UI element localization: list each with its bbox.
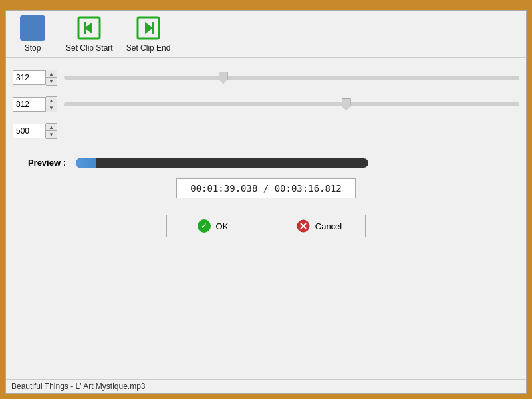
slider-thumb-1[interactable] (219, 72, 228, 84)
stop-button[interactable]: Stop (13, 15, 53, 53)
spinbox-1-up[interactable]: ▲ (46, 70, 57, 78)
main-window: Stop Set Clip Start Set Clip End (5, 10, 527, 394)
spinbox-2: ▲ ▼ (13, 96, 57, 112)
svg-rect-5 (152, 22, 154, 34)
preview-label: Preview : (13, 158, 66, 168)
slider-row-3: ▲ ▼ (6, 123, 526, 139)
slider-track-1[interactable] (64, 76, 519, 80)
ok-label: OK (216, 221, 229, 231)
spinbox-2-up[interactable]: ▲ (46, 97, 57, 104)
toolbar: Stop Set Clip Start Set Clip End (6, 11, 526, 57)
ok-icon: ✓ (198, 219, 211, 233)
slider-thumb-2[interactable] (342, 98, 351, 110)
clip-end-label: Set Clip End (126, 43, 171, 53)
spinbox-2-input[interactable] (13, 97, 46, 112)
cancel-icon (297, 219, 310, 233)
time-box: 00:01:39.038 / 00:03:16.812 (176, 178, 356, 198)
spinbox-3-arrows: ▲ ▼ (46, 123, 57, 139)
buttons-row: ✓ OK Cancel (6, 215, 526, 237)
slider-row-1: ▲ ▼ (6, 70, 526, 86)
ok-button[interactable]: ✓ OK (166, 215, 259, 237)
slider-track-container-1 (64, 70, 519, 86)
slider-track-container-2 (64, 96, 519, 112)
stop-icon (20, 15, 45, 41)
spinbox-2-arrows: ▲ ▼ (46, 96, 57, 112)
preview-progress (76, 158, 96, 168)
preview-row: Preview : (6, 151, 526, 172)
spinbox-1-arrows: ▲ ▼ (46, 70, 57, 86)
slider-track-2[interactable] (64, 102, 519, 106)
spinbox-2-down[interactable]: ▼ (46, 104, 57, 112)
set-clip-end-button[interactable]: Set Clip End (126, 15, 171, 53)
main-content: ▲ ▼ ▲ ▼ (6, 58, 526, 379)
clip-end-icon (136, 15, 161, 41)
spinbox-3: ▲ ▼ (13, 123, 57, 139)
spinbox-3-down[interactable]: ▼ (46, 131, 57, 138)
cancel-label: Cancel (315, 221, 342, 231)
spinbox-1: ▲ ▼ (13, 70, 57, 86)
status-filename: Beautiful Things - L' Art Mystique.mp3 (11, 382, 146, 391)
clip-start-label: Set Clip Start (66, 43, 113, 53)
preview-track[interactable] (76, 158, 368, 168)
slider-row-2: ▲ ▼ (6, 96, 526, 112)
stop-label: Stop (25, 43, 41, 53)
time-display: 00:01:39.038 / 00:03:16.812 (6, 178, 526, 198)
clip-start-icon (76, 15, 102, 41)
spinbox-1-down[interactable]: ▼ (46, 78, 57, 85)
status-bar: Beautiful Things - L' Art Mystique.mp3 (6, 379, 526, 393)
cancel-button[interactable]: Cancel (273, 215, 366, 237)
spinbox-3-up[interactable]: ▲ (46, 124, 57, 131)
set-clip-start-button[interactable]: Set Clip Start (66, 15, 113, 53)
svg-rect-2 (84, 22, 86, 34)
spinbox-3-input[interactable] (13, 124, 46, 138)
spinbox-1-input[interactable] (13, 70, 46, 85)
